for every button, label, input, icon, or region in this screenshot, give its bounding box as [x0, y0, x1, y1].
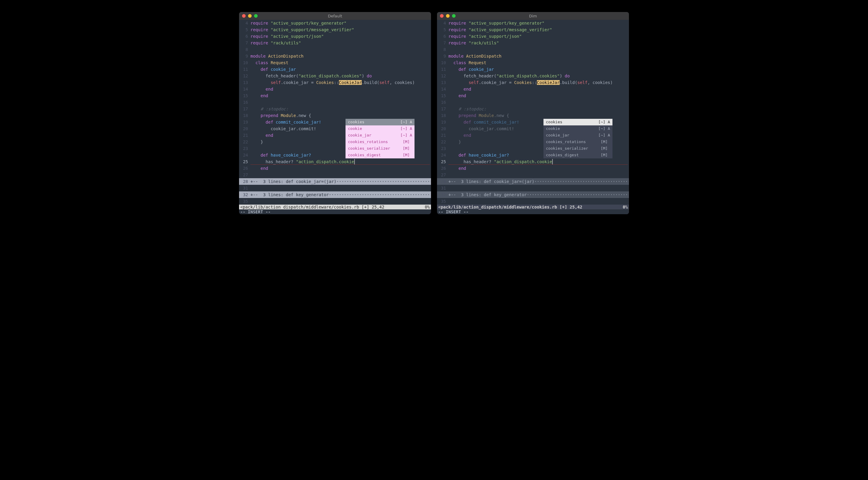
code-line[interactable]: 31	[437, 185, 629, 191]
code-content[interactable]	[448, 172, 629, 178]
code-content[interactable]: end	[250, 86, 431, 92]
code-content[interactable]: self.cookie_jar = Cookies::CookieJar.bui…	[448, 79, 629, 86]
code-content[interactable]: require "active_support/json"	[250, 33, 431, 39]
code-line[interactable]: 26 end	[437, 165, 629, 172]
code-line[interactable]: 10 class Request	[239, 59, 431, 66]
titlebar[interactable]: Default	[239, 12, 431, 20]
code-content[interactable]: end	[448, 86, 629, 92]
code-content[interactable]: class Request	[250, 59, 431, 66]
code-line[interactable]: 7require "rack/utils"	[437, 39, 629, 46]
completion-item[interactable]: cookie[~] A	[544, 125, 613, 132]
code-line[interactable]: 25 has_header? "action_dispatch.cookie	[437, 158, 629, 165]
code-content[interactable]: self.cookie_jar = Cookies::CookieJar.bui…	[250, 79, 431, 86]
code-content[interactable]	[250, 172, 431, 178]
code-content[interactable]: def cookie_jar	[448, 66, 629, 72]
code-content[interactable]	[448, 99, 629, 106]
editor-area[interactable]: 4require "active_support/key_generator"5…	[239, 20, 431, 205]
code-line[interactable]: 35	[239, 198, 431, 205]
completion-item[interactable]: cookie_jar[~] A	[544, 132, 613, 139]
code-line[interactable]: 8	[239, 46, 431, 53]
code-content[interactable]: prepend Module.new {	[448, 112, 629, 119]
completion-item[interactable]: cookies[~] A	[544, 119, 613, 125]
fold-text[interactable]: +-- 3 lines: def cookie_jar=(jar)·······…	[448, 178, 629, 185]
code-content[interactable]: fetch_header("action_dispatch.cookies") …	[250, 72, 431, 79]
code-content[interactable]: end	[250, 165, 431, 172]
code-content[interactable]: end	[448, 165, 629, 172]
code-content[interactable]	[250, 198, 431, 205]
code-line[interactable]: 12 fetch_header("action_dispatch.cookies…	[239, 72, 431, 79]
code-line[interactable]: 16	[437, 99, 629, 106]
code-content[interactable]: require "rack/utils"	[448, 39, 629, 46]
code-line[interactable]: 11 def cookie_jar	[239, 66, 431, 72]
code-content[interactable]	[250, 46, 431, 53]
code-line[interactable]: 27	[437, 172, 629, 178]
code-line[interactable]: 10 class Request	[437, 59, 629, 66]
code-line[interactable]: 8	[437, 46, 629, 53]
code-line[interactable]: 5require "active_support/message_verifie…	[437, 26, 629, 33]
completion-item[interactable]: cookies_serializer[M]	[544, 145, 613, 152]
code-content[interactable]	[250, 185, 431, 191]
code-line[interactable]: 26 end	[239, 165, 431, 172]
code-content[interactable]: # :stopdoc:	[250, 106, 431, 112]
code-content[interactable]: require "active_support/message_verifier…	[250, 26, 431, 33]
code-line[interactable]: 17 # :stopdoc:	[239, 106, 431, 112]
code-line[interactable]: 9module ActionDispatch	[437, 53, 629, 59]
fold-line[interactable]: 28+-- 3 lines: def cookie_jar=(jar)·····…	[239, 178, 431, 185]
titlebar[interactable]: Dim	[437, 12, 629, 20]
code-content[interactable]: fetch_header("action_dispatch.cookies") …	[448, 72, 629, 79]
code-content[interactable]	[250, 99, 431, 106]
completion-item[interactable]: cookie[~] A	[345, 125, 414, 132]
completion-item[interactable]: cookies_rotations[M]	[544, 139, 613, 145]
fold-text[interactable]: +-- 3 lines: def cookie_jar=(jar)·······…	[250, 178, 431, 185]
code-line[interactable]: 14 end	[239, 86, 431, 92]
code-line[interactable]: 12 fetch_header("action_dispatch.cookies…	[437, 72, 629, 79]
code-line[interactable]: 4require "active_support/key_generator"	[437, 20, 629, 26]
code-line[interactable]: 6require "active_support/json"	[239, 33, 431, 39]
code-content[interactable]: module ActionDispatch	[250, 53, 431, 59]
code-content[interactable]: prepend Module.new {	[250, 112, 431, 119]
code-content[interactable]: has_header? "action_dispatch.cookie	[250, 158, 431, 165]
code-line[interactable]: 14 end	[437, 86, 629, 92]
code-line[interactable]: 15 end	[239, 92, 431, 99]
fold-line[interactable]: 32+-- 3 lines: def key_generator········…	[437, 191, 629, 198]
code-line[interactable]: 35	[437, 198, 629, 205]
completion-item[interactable]: cookies_digest[M]	[345, 152, 414, 158]
completion-item[interactable]: cookies_digest[M]	[544, 152, 613, 158]
code-line[interactable]: 15 end	[437, 92, 629, 99]
code-content[interactable]: def cookie_jar	[250, 66, 431, 72]
completion-popup[interactable]: cookies[~] Acookie[~] Acookie_jar[~] Aco…	[345, 119, 414, 158]
code-line[interactable]: 13 self.cookie_jar = Cookies::CookieJar.…	[239, 79, 431, 86]
completion-item[interactable]: cookie_jar[~] A	[345, 132, 414, 139]
completion-item[interactable]: cookies_rotations[M]	[345, 139, 414, 145]
code-line[interactable]: 17 # :stopdoc:	[437, 106, 629, 112]
code-content[interactable]: require "rack/utils"	[250, 39, 431, 46]
code-content[interactable]: class Request	[448, 59, 629, 66]
code-line[interactable]: 11 def cookie_jar	[437, 66, 629, 72]
code-line[interactable]: 13 self.cookie_jar = Cookies::CookieJar.…	[437, 79, 629, 86]
code-content[interactable]	[448, 46, 629, 53]
code-content[interactable]: # :stopdoc:	[448, 106, 629, 112]
code-content[interactable]: require "active_support/message_verifier…	[448, 26, 629, 33]
code-content[interactable]	[448, 198, 629, 205]
code-line[interactable]: 5require "active_support/message_verifie…	[239, 26, 431, 33]
fold-text[interactable]: +-- 3 lines: def key_generator··········…	[250, 191, 431, 198]
code-content[interactable]: module ActionDispatch	[448, 53, 629, 59]
fold-line[interactable]: 28+-- 3 lines: def cookie_jar=(jar)·····…	[437, 178, 629, 185]
completion-popup[interactable]: cookies[~] Acookie[~] Acookie_jar[~] Aco…	[544, 119, 613, 158]
code-content[interactable]: end	[448, 92, 629, 99]
completion-item[interactable]: cookies_serializer[M]	[345, 145, 414, 152]
code-line[interactable]: 31	[239, 185, 431, 191]
code-line[interactable]: 27	[239, 172, 431, 178]
code-line[interactable]: 18 prepend Module.new {	[437, 112, 629, 119]
code-content[interactable]: require "active_support/key_generator"	[250, 20, 431, 26]
fold-text[interactable]: +-- 3 lines: def key_generator··········…	[448, 191, 629, 198]
editor-area[interactable]: 4require "active_support/key_generator"5…	[437, 20, 629, 205]
code-line[interactable]: 16	[239, 99, 431, 106]
completion-item[interactable]: cookies[~] A	[345, 119, 414, 125]
code-content[interactable]: has_header? "action_dispatch.cookie	[448, 158, 629, 165]
code-line[interactable]: 6require "active_support/json"	[437, 33, 629, 39]
code-content[interactable]	[448, 185, 629, 191]
code-line[interactable]: 4require "active_support/key_generator"	[239, 20, 431, 26]
code-content[interactable]: require "active_support/key_generator"	[448, 20, 629, 26]
code-line[interactable]: 18 prepend Module.new {	[239, 112, 431, 119]
